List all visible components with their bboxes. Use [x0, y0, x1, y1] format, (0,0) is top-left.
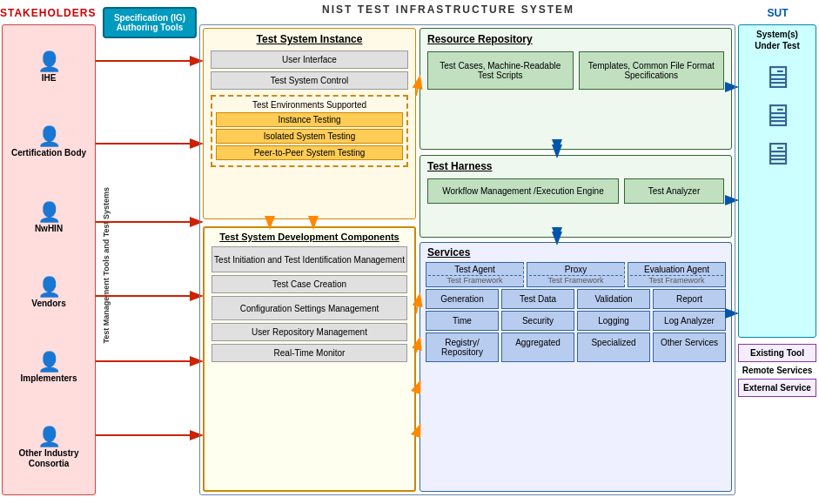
sut-subtitle: System(s)Under Test	[739, 25, 816, 55]
tsdc-row-4: Real-Time Monitor	[211, 344, 407, 362]
th-boxes: Workflow Management /Execution Engine Te…	[427, 178, 724, 204]
svc-title: Services	[420, 243, 731, 260]
stakeholders-section: 👤 IHE 👤 Certification Body 👤 NwHIN 👤 Ven…	[2, 24, 96, 495]
svc-proxy: Proxy Test Framework	[527, 262, 625, 287]
env-item-2: Peer-to-Peer System Testing	[216, 145, 403, 160]
sut-computer-3: 🖥	[762, 138, 793, 170]
remote-services-area: Existing Tool Remote Services External S…	[738, 344, 816, 495]
svc-aggregated: Aggregated	[501, 333, 574, 362]
test-env-title: Test Environments Supported	[216, 100, 403, 110]
ihe-label: IHE	[3, 73, 95, 83]
eval-label: Evaluation Agent	[630, 265, 723, 274]
tsdc-row-3: User Repository Management	[211, 323, 407, 341]
external-service-box: External Service	[738, 379, 816, 397]
nist-label: NIST TEST INFRASTRUCTURE SYSTEM	[322, 3, 574, 16]
test-env-box: Test Environments Supported Instance Tes…	[211, 95, 408, 167]
svc-specialized: Specialized	[577, 333, 650, 362]
impl-label: Implementers	[3, 373, 95, 383]
th-box-1: Test Analyzer	[624, 178, 724, 204]
svc-time: Time	[426, 311, 499, 331]
cert-label: Certification Body	[3, 148, 95, 158]
svc-testdata: Test Data	[501, 289, 574, 309]
proxy-sub: Test Framework	[529, 275, 622, 285]
diagram: STAKEHOLDERS 👤 IHE 👤 Certification Body …	[0, 0, 819, 504]
spec-tools-box: Specification (IG) Authoring Tools	[103, 7, 197, 38]
stakeholders-title: STAKEHOLDERS	[0, 7, 96, 19]
env-item-1: Isolated System Testing	[216, 129, 403, 144]
services-box: Services Test Agent Test Framework Proxy…	[420, 242, 732, 492]
resource-repo: Resource Repository Test Cases, Machine-…	[420, 28, 732, 150]
nwhin-label: NwHIN	[3, 224, 95, 233]
agent-sub: Test Framework	[428, 275, 521, 285]
rr-box-0: Test Cases, Machine-Readable Test Script…	[427, 51, 574, 90]
tsdc-row-1: Test Case Creation	[211, 275, 407, 293]
other-label: Other Industry Consortia	[3, 448, 95, 469]
svc-other: Other Services	[653, 333, 726, 362]
svc-row-4: Registry/ Repository Aggregated Speciali…	[426, 333, 726, 362]
stakeholder-ihe: 👤 IHE	[3, 50, 95, 83]
svc-generation: Generation	[426, 289, 499, 309]
svc-report: Report	[653, 289, 726, 309]
sut-computer-1: 🖥	[762, 62, 793, 93]
stakeholder-cert: 👤 Certification Body	[3, 125, 95, 158]
svc-row-3: Time Security Logging Log Analyzer	[426, 311, 726, 331]
svc-row-2: Generation Test Data Validation Report	[426, 289, 726, 309]
th-box-0: Workflow Management /Execution Engine	[427, 178, 619, 204]
sut-computers: 🖥 🖥 🖥	[739, 55, 816, 177]
existing-tool-box: Existing Tool	[738, 344, 816, 362]
tsi-row-interface: User Interface	[211, 50, 408, 69]
agent-label: Test Agent	[428, 265, 521, 274]
nwhin-icon: 👤	[3, 201, 95, 224]
vendors-label: Vendors	[3, 299, 95, 308]
sut-title: SUT	[736, 7, 819, 19]
env-item-0: Instance Testing	[216, 112, 403, 127]
svc-loganalyzer: Log Analyzer	[653, 311, 726, 331]
remote-services-label: Remote Services	[738, 364, 816, 377]
tsdc-box: Test System Development Components Test …	[203, 226, 416, 492]
tsdc-title: Test System Development Components	[205, 228, 414, 244]
tsdc-row-0: Test Initiation and Test Identification …	[211, 246, 407, 272]
svc-logging: Logging	[577, 311, 650, 331]
svc-registry: Registry/ Repository	[426, 333, 499, 362]
stakeholder-other: 👤 Other Industry Consortia	[3, 426, 95, 469]
other-icon: 👤	[3, 426, 95, 448]
impl-icon: 👤	[3, 351, 95, 373]
eval-sub: Test Framework	[630, 275, 723, 285]
svc-eval: Evaluation Agent Test Framework	[628, 262, 726, 287]
vendors-icon: 👤	[3, 276, 95, 299]
stakeholder-nwhin: 👤 NwHIN	[3, 201, 95, 233]
spec-tools-label: Specification (IG) Authoring Tools	[114, 13, 185, 32]
svc-agent: Test Agent Test Framework	[426, 262, 524, 287]
test-mgmt-label: Test Management Tools and Test Systems	[98, 39, 114, 491]
rr-title: Resource Repository	[420, 29, 731, 48]
test-harness: Test Harness Workflow Management /Execut…	[420, 155, 732, 238]
tsi-row-control: Test System Control	[211, 71, 408, 90]
cert-icon: 👤	[3, 125, 95, 148]
proxy-label: Proxy	[529, 265, 622, 274]
sut-section: System(s)Under Test 🖥 🖥 🖥	[738, 24, 816, 338]
svc-security: Security	[501, 311, 574, 331]
test-system-instance: Test System Instance User Interface Test…	[203, 28, 416, 219]
sut-computer-2: 🖥	[762, 100, 793, 131]
ihe-icon: 👤	[3, 50, 95, 73]
rr-boxes: Test Cases, Machine-Readable Test Script…	[427, 51, 724, 90]
stakeholder-vendors: 👤 Vendors	[3, 276, 95, 308]
svc-row-1: Test Agent Test Framework Proxy Test Fra…	[426, 262, 726, 287]
th-title: Test Harness	[420, 156, 731, 175]
test-mgmt-text: Test Management Tools and Test Systems	[102, 187, 111, 344]
tsi-title: Test System Instance	[204, 29, 415, 48]
svc-validation: Validation	[577, 289, 650, 309]
tsdc-row-2: Configuration Settings Management	[211, 296, 407, 320]
rr-box-1: Templates, Common File Format Specificat…	[579, 51, 725, 90]
stakeholder-implementers: 👤 Implementers	[3, 351, 95, 383]
